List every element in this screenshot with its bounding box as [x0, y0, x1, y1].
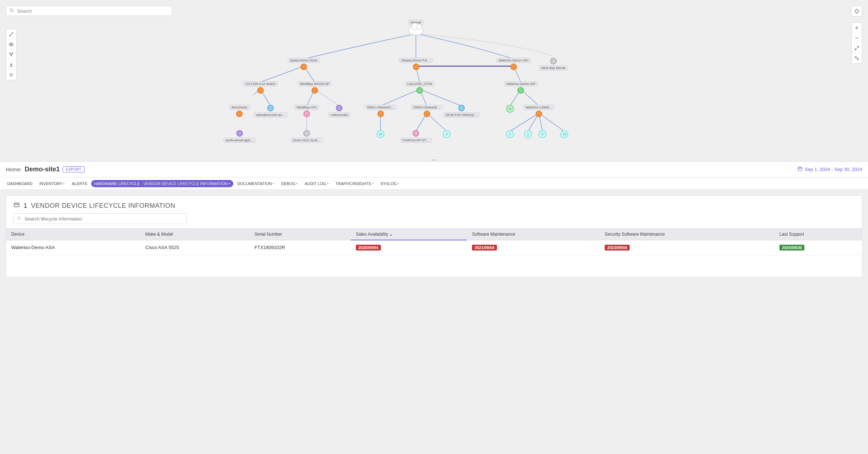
topo-node-circle	[536, 111, 542, 117]
topo-node-circle	[301, 64, 307, 70]
topo-node-label: Waterloo-C2960…	[523, 105, 554, 110]
topo-node-label: FirstFloorAP-OT…	[400, 138, 432, 143]
tab-documentation[interactable]: DOCUMENTATION▸	[234, 180, 277, 187]
topo-node-circle: 5	[539, 130, 546, 138]
topo-node-circle	[550, 58, 557, 64]
topo-node[interactable]: 4	[443, 130, 451, 138]
topo-node-circle	[236, 111, 243, 117]
topo-node-label: Ottawa-Demo-For…	[399, 58, 433, 63]
topo-node[interactable]: collectorubu	[328, 105, 350, 117]
topo-node[interactable]: SW02-Ottawa35…	[411, 105, 442, 117]
eye-icon[interactable]	[6, 39, 16, 50]
cloud-icon	[409, 26, 423, 35]
drag-handle-icon[interactable]: •••	[431, 158, 437, 162]
status-badge: 2020/09/04	[356, 245, 381, 250]
topo-node[interactable]: Ottawa-Demo-For…	[399, 58, 433, 70]
topo-node[interactable]: 1	[524, 130, 532, 138]
status-badge: 2023/09/04	[605, 245, 630, 250]
topo-node[interactable]: Demo-NUC.local…	[291, 130, 323, 143]
topo-node[interactable]: 21	[506, 105, 514, 113]
topo-node[interactable]: West Bay Meraki	[539, 58, 568, 70]
topo-tools-left	[6, 29, 17, 80]
minus-icon[interactable]	[852, 33, 862, 43]
topo-node[interactable]: 10	[376, 130, 384, 138]
topo-node-internet[interactable]: internet	[408, 20, 424, 35]
tab-hardware-lifecycle[interactable]: HARDWARE LIFECYCLE - VENDOR DEVICE LIFEC…	[91, 180, 233, 187]
target-icon[interactable]	[852, 6, 862, 16]
gear-icon[interactable]	[6, 70, 16, 80]
calendar-icon	[797, 166, 803, 172]
topo-node[interactable]: 5	[539, 130, 546, 138]
tab-dashboard[interactable]: DASHBOARD	[4, 180, 35, 187]
topo-node[interactable]: FirstFloorAP-OT…	[400, 130, 432, 143]
global-search-input[interactable]	[6, 6, 172, 16]
topo-node-label: Waterloo-Demo-ASA	[496, 58, 531, 63]
topo-node[interactable]: salesdemo100-wo…	[254, 105, 288, 117]
topo-node[interactable]: ICX7150-C12 Switch	[243, 81, 278, 94]
col-header[interactable]: Last Support	[774, 229, 862, 240]
topo-node-circle: 13	[560, 130, 568, 138]
lifecycle-panel: 1 VENDOR DEVICE LIFECYCLE INFORMATION De…	[6, 196, 862, 277]
col-header[interactable]: Software Maintenance	[467, 229, 600, 240]
col-header[interactable]: Security Software Maintenance	[600, 229, 774, 240]
topo-node-label: SW01-Ottawa34…	[365, 105, 396, 110]
topo-node[interactable]: CiscoASR_OITW	[405, 81, 434, 94]
tab-syslog[interactable]: SYSLOG▸	[378, 180, 402, 187]
collapse-icon[interactable]	[852, 53, 862, 63]
top-search-wrap	[6, 6, 172, 16]
topo-node[interactable]: DESKTOP-DBS2QI…	[443, 105, 480, 117]
tab-alerts[interactable]: ALERTS	[69, 180, 90, 187]
expand-icon[interactable]	[852, 43, 862, 53]
status-badge: 2021/09/04	[472, 245, 497, 250]
download-icon[interactable]	[6, 60, 16, 70]
topo-canvas[interactable]: internet Iqaluit-Demo-SonicOttawa-Demo-F…	[253, 20, 615, 154]
topo-node-circle	[424, 111, 430, 117]
tab-audit-log[interactable]: AUDIT LOG▸	[302, 180, 331, 187]
lifecycle-search-input[interactable]	[13, 213, 187, 224]
col-header[interactable]: Device	[6, 229, 140, 240]
search-icon	[17, 216, 21, 222]
topo-node-label: demohost1	[229, 105, 250, 110]
topo-node-circle	[267, 105, 274, 111]
col-header[interactable]: Sales Availability▲	[351, 229, 467, 240]
topo-node-circle: 4	[443, 130, 451, 138]
topo-node[interactable]: WestBay-MS220-8P	[298, 81, 331, 94]
tab-inventory[interactable]: INVENTORY▸	[37, 180, 68, 187]
col-header[interactable]: Make & Model	[140, 229, 250, 240]
tab-bar: DASHBOARDINVENTORY▸ALERTSHARDWARE LIFECY…	[0, 177, 868, 190]
export-button[interactable]: EXPORT	[63, 166, 85, 172]
topo-node[interactable]: Waterloo-Demo-ASA	[496, 58, 531, 70]
topo-node[interactable]: demohost1	[229, 105, 250, 117]
filter-icon[interactable]	[6, 50, 16, 60]
topo-node[interactable]: Waterloo-Demo-ISR	[504, 81, 538, 94]
date-range-text: Sep 1, 2024 - Sep 30, 2024	[805, 167, 862, 172]
tab-debug[interactable]: DEBUG▸	[278, 180, 301, 187]
topo-node-label: CiscoASR_OITW	[405, 81, 434, 86]
svg-rect-8	[798, 167, 802, 171]
svg-rect-12	[14, 203, 19, 207]
topo-node[interactable]: SW01-Ottawa34…	[365, 105, 396, 117]
topo-node[interactable]: 13	[560, 130, 568, 138]
tab-trafficinsights[interactable]: TRAFFICINSIGHTS▸	[333, 180, 376, 187]
topo-node-circle	[377, 111, 384, 117]
topo-node[interactable]: Iqaluit-Demo-Sonic	[288, 58, 320, 70]
topo-node[interactable]: 2	[506, 130, 514, 138]
col-header[interactable]: Serial Number	[250, 229, 351, 240]
date-range-picker[interactable]: Sep 1, 2024 - Sep 30, 2024	[797, 166, 862, 172]
topo-node-circle	[416, 87, 423, 94]
topo-node-label: salesdemo100-wo…	[254, 112, 288, 117]
breadcrumb-site[interactable]: Demo-site1	[25, 166, 60, 173]
table-row[interactable]: Waterloo-Demo-ASACisco ASA 5525FTX180910…	[6, 240, 862, 255]
breadcrumb-bar: Home: Demo-site1 EXPORT Sep 1, 2024 - Se…	[0, 162, 868, 177]
topo-node-circle: 2	[506, 130, 514, 138]
plus-icon[interactable]	[852, 23, 862, 33]
route-icon[interactable]	[6, 29, 16, 39]
topo-node[interactable]: WestBay-AP1	[294, 105, 319, 117]
topo-node-circle	[303, 111, 310, 117]
topo-node-label: auvik-virtual-appl…	[223, 138, 255, 143]
topo-node-label: SW02-Ottawa35…	[411, 105, 442, 110]
topo-node[interactable]: auvik-virtual-appl…	[223, 130, 255, 143]
lifecycle-icon	[13, 202, 20, 210]
topo-node[interactable]: Waterloo-C2960…	[523, 105, 554, 117]
topo-node-circle: 10	[376, 130, 384, 138]
